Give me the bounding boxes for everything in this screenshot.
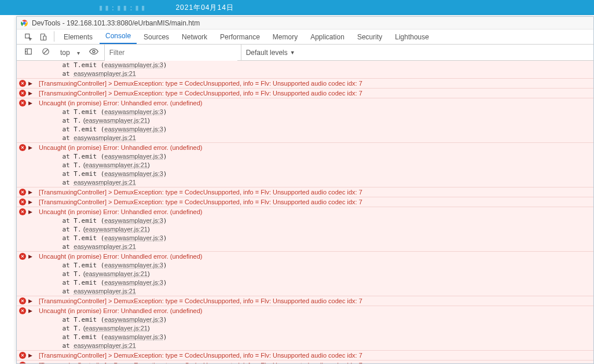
source-link[interactable]: easywasmplayer.js:3 [104, 316, 163, 323]
source-link[interactable]: easywasmplayer.js:21 [85, 226, 148, 233]
expand-caret-icon[interactable]: ▶ [28, 252, 32, 260]
source-link[interactable]: easywasmplayer.js:3 [104, 126, 163, 133]
devtools-window: DevTools - 192.168.101.33:8080/eUrbanMIS… [16, 16, 594, 364]
source-link[interactable]: easywasmplayer.js:3 [104, 108, 163, 115]
source-link[interactable]: easywasmplayer.js:3 [104, 279, 163, 286]
expand-caret-icon[interactable]: ▶ [28, 361, 32, 363]
svg-text:×: × [21, 100, 24, 106]
error-icon: × [19, 189, 26, 196]
tab-network[interactable]: Network [176, 31, 213, 44]
source-link[interactable]: easywasmplayer.js:21 [85, 270, 148, 277]
source-link[interactable]: easywasmplayer.js:21 [74, 179, 136, 186]
tab-divider [54, 31, 54, 42]
console-error-row[interactable]: ×▶Uncaught (in promise) Error: Unhandled… [17, 306, 593, 315]
expand-caret-icon[interactable]: ▶ [28, 307, 32, 315]
filter-input[interactable] [104, 45, 237, 61]
tab-security[interactable]: Security [351, 31, 388, 44]
source-link[interactable]: easywasmplayer.js:21 [85, 117, 148, 124]
error-icon: × [19, 198, 26, 205]
source-link[interactable]: easywasmplayer.js:3 [104, 61, 163, 68]
source-link[interactable]: easywasmplayer.js:21 [74, 342, 136, 349]
stack-frame: at T. (easywasmplayer.js:21) [17, 225, 593, 234]
expand-caret-icon[interactable]: ▶ [28, 351, 32, 359]
log-message: [TransmuxingController] > DemuxException… [39, 80, 362, 87]
log-message: Uncaught (in promise) Error: Unhandled e… [39, 307, 202, 314]
stack-frame: at T.emit (easywasmplayer.js:3) [17, 108, 593, 116]
log-level-label: Default levels [246, 49, 288, 57]
svg-text:×: × [21, 80, 24, 86]
tab-memory[interactable]: Memory [267, 31, 303, 44]
log-message: Uncaught (in promise) Error: Unhandled e… [39, 208, 202, 215]
console-error-row[interactable]: ×▶[TransmuxingController] > DemuxExcepti… [17, 197, 593, 207]
expand-caret-icon[interactable]: ▶ [28, 188, 32, 196]
source-link[interactable]: easywasmplayer.js:3 [104, 234, 163, 241]
log-message: [TransmuxingController] > DemuxException… [39, 362, 362, 363]
svg-text:×: × [21, 352, 24, 358]
source-link[interactable]: easywasmplayer.js:3 [104, 153, 163, 160]
source-link[interactable]: easywasmplayer.js:21 [74, 288, 136, 295]
tab-application[interactable]: Application [305, 31, 350, 44]
log-message: [TransmuxingController] > DemuxException… [39, 297, 362, 304]
log-level-selector[interactable]: Default levels ▼ [241, 45, 300, 61]
stack-frame: at easywasmplayer.js:21 [17, 69, 593, 78]
source-link[interactable]: easywasmplayer.js:21 [74, 243, 136, 250]
stack-frame: at T.emit (easywasmplayer.js:3) [17, 261, 593, 270]
console-error-row[interactable]: ×▶[TransmuxingController] > DemuxExcepti… [17, 350, 593, 360]
tab-elements[interactable]: Elements [58, 31, 98, 44]
console-error-row[interactable]: ×▶Uncaught (in promise) Error: Unhandled… [17, 98, 593, 108]
stack-frame: at easywasmplayer.js:21 [17, 178, 593, 187]
context-selector[interactable]: top [56, 49, 83, 57]
expand-caret-icon[interactable]: ▶ [28, 99, 32, 107]
stack-frame: at easywasmplayer.js:21 [17, 242, 593, 251]
console-error-row[interactable]: ×▶Uncaught (in promise) Error: Unhandled… [17, 207, 593, 216]
error-icon: × [19, 144, 26, 151]
source-link[interactable]: easywasmplayer.js:3 [104, 333, 163, 340]
svg-text:×: × [21, 253, 24, 259]
svg-text:×: × [21, 199, 24, 205]
tab-performance[interactable]: Performance [214, 31, 266, 44]
devtools-tab-bar: Elements Console Sources Network Perform… [17, 30, 593, 45]
console-output[interactable]: at T.emit (easywasmplayer.js:3) at easyw… [17, 61, 593, 363]
stack-frame: at T.emit (easywasmplayer.js:3) [17, 333, 593, 341]
expand-caret-icon[interactable]: ▶ [28, 297, 32, 305]
window-titlebar[interactable]: DevTools - 192.168.101.33:8080/eUrbanMIS… [17, 17, 593, 30]
tab-console[interactable]: Console [100, 30, 137, 44]
source-link[interactable]: easywasmplayer.js:3 [104, 262, 163, 269]
console-error-row[interactable]: ×▶[TransmuxingController] > DemuxExcepti… [17, 360, 593, 363]
console-toolbar: top Default levels ▼ [17, 45, 593, 61]
error-icon: × [19, 352, 26, 359]
console-error-row[interactable]: ×▶Uncaught (in promise) Error: Unhandled… [17, 142, 593, 152]
tab-lighthouse[interactable]: Lighthouse [389, 31, 435, 44]
source-link[interactable]: easywasmplayer.js:3 [104, 170, 163, 177]
console-error-row[interactable]: ×▶[TransmuxingController] > DemuxExcepti… [17, 88, 593, 98]
source-link[interactable]: easywasmplayer.js:21 [74, 134, 136, 141]
error-icon: × [19, 362, 26, 363]
console-error-row[interactable]: ×▶[TransmuxingController] > DemuxExcepti… [17, 187, 593, 197]
error-icon: × [19, 80, 26, 87]
live-expression-icon[interactable] [89, 47, 98, 56]
source-link[interactable]: easywasmplayer.js:21 [85, 161, 148, 168]
console-error-row[interactable]: ×▶Uncaught (in promise) Error: Unhandled… [17, 251, 593, 261]
tab-sources[interactable]: Sources [138, 31, 175, 44]
expand-caret-icon[interactable]: ▶ [28, 144, 32, 152]
stack-frame: at T.emit (easywasmplayer.js:3) [17, 315, 593, 324]
stack-frame: at T.emit (easywasmplayer.js:3) [17, 278, 593, 287]
expand-caret-icon[interactable]: ▶ [28, 208, 32, 216]
console-error-row[interactable]: ×▶[TransmuxingController] > DemuxExcepti… [17, 78, 593, 88]
svg-rect-4 [43, 36, 46, 40]
source-link[interactable]: easywasmplayer.js:3 [104, 217, 163, 224]
source-link[interactable]: easywasmplayer.js:21 [85, 325, 148, 332]
console-error-row[interactable]: ×▶[TransmuxingController] > DemuxExcepti… [17, 296, 593, 306]
inspect-icon[interactable] [24, 32, 33, 42]
source-link[interactable]: easywasmplayer.js:21 [74, 70, 136, 77]
expand-caret-icon[interactable]: ▶ [28, 79, 32, 87]
device-toggle-icon[interactable] [39, 32, 48, 42]
clear-console-icon[interactable] [41, 47, 50, 56]
window-title: DevTools - 192.168.101.33:8080/eUrbanMIS… [32, 19, 200, 27]
expand-caret-icon[interactable]: ▶ [28, 89, 32, 97]
stack-frame: at T.emit (easywasmplayer.js:3) [17, 170, 593, 178]
expand-caret-icon[interactable]: ▶ [28, 198, 32, 206]
console-sidebar-toggle-icon[interactable] [24, 47, 33, 56]
svg-rect-5 [25, 49, 32, 54]
svg-text:×: × [21, 298, 24, 304]
